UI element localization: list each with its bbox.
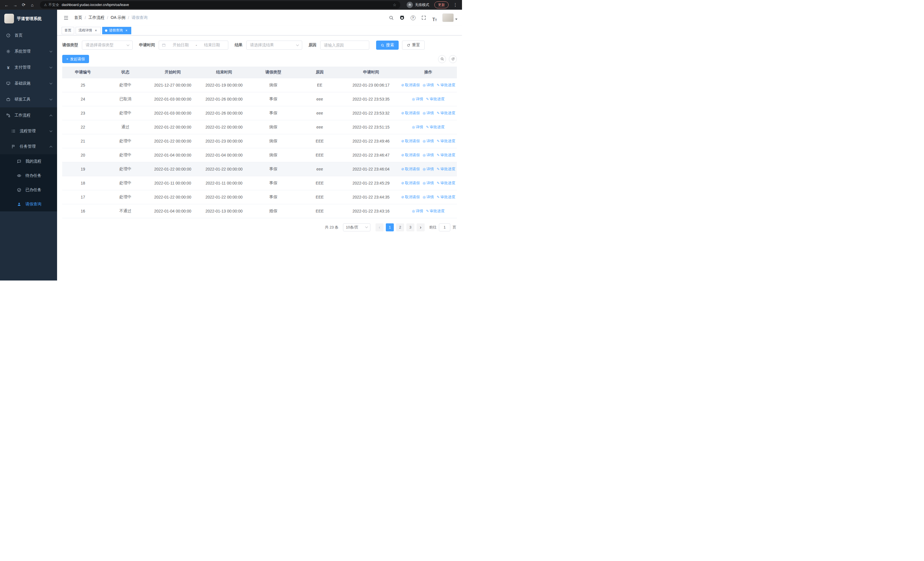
reset-button[interactable]: 重置 [402,41,424,50]
action-detail-link[interactable]: ◎详情 [412,209,423,214]
action-detail-link[interactable]: ◎详情 [423,111,434,116]
action-detail-link[interactable]: ◎详情 [423,167,434,171]
prev-page-button[interactable]: ‹ [375,223,384,232]
leave-type-select[interactable]: 请选择请假类型 [82,41,133,50]
check-circle-icon [16,187,22,193]
security-warning[interactable]: ⚠ 不安全 [44,3,59,8]
reload-icon[interactable]: ⟳ [20,1,27,9]
page-size-select[interactable]: 10条/页 [343,223,370,232]
cell-apply-time: 2022-01-22 23:46:47 [342,148,400,162]
apply-time-range-picker[interactable]: 开始日期 - 结束日期 [159,41,228,50]
sidebar-toggle[interactable] [62,14,70,22]
github-icon[interactable] [398,14,406,22]
table-row[interactable]: 25 处理中 2021-12-27 00:00:00 2022-01-19 00… [62,78,457,92]
sidebar-item-home[interactable]: 首页 [0,27,57,44]
sidebar-item-system[interactable]: 系统管理 [0,44,57,59]
reason-input[interactable] [320,41,369,50]
action-detail-link[interactable]: ◎详情 [423,194,434,200]
sidebar-item-my-process[interactable]: 我的流程 [0,154,57,168]
action-progress-link[interactable]: ✎审批进度 [436,152,455,158]
action-cancel-link[interactable]: ⊘取消请假 [401,111,420,116]
page-button-1[interactable]: 1 [386,223,394,232]
action-cancel-link[interactable]: ⊘取消请假 [401,138,420,144]
sidebar-item-infra[interactable]: 基础设施 [0,75,57,92]
fullscreen-icon[interactable] [420,14,428,22]
refresh-table-button[interactable] [449,55,457,63]
tab-leave-query[interactable]: 请假查询 × [102,27,131,34]
table-row[interactable]: 19 处理中 2022-01-22 00:00:00 2022-01-22 00… [62,162,457,176]
result-select[interactable]: 请选择流结果 [246,41,302,50]
action-detail-link[interactable]: ◎详情 [423,138,434,144]
cell-end-time: 2022-01-22 00:00:00 [198,120,250,134]
tab-process-detail[interactable]: 流程详情 × [76,27,101,34]
help-icon[interactable]: ? [409,14,417,22]
table-row[interactable]: 21 处理中 2022-01-22 00:00:00 2022-01-23 00… [62,134,457,148]
next-page-button[interactable]: › [417,223,424,232]
start-date-input[interactable]: 开始日期 [168,42,194,48]
workflow-menu-group: 工作流程 流程管理 任务管理 [0,107,57,211]
dashboard-icon [6,33,11,38]
forward-icon[interactable]: → [11,1,19,9]
end-date-input[interactable]: 结束日期 [199,42,225,48]
table-row[interactable]: 16 不通过 2022-01-04 00:00:00 2022-01-13 00… [62,204,457,218]
address-bar[interactable]: ⚠ 不安全 dashboard.yudao.iocoder.cn/bpm/oa/… [40,1,400,9]
action-progress-link[interactable]: ✎审批进度 [436,194,455,200]
action-cancel-link[interactable]: ⊘取消请假 [401,194,420,200]
bookmark-star-icon[interactable]: ☆ [393,3,396,7]
action-progress-link[interactable]: ✎审批进度 [436,167,455,171]
action-cancel-link[interactable]: ⊘取消请假 [401,167,420,171]
cell-end-time: 2022-01-11 00:00:00 [198,176,250,190]
goto-page-input[interactable] [439,223,450,232]
action-detail-link[interactable]: ◎详情 [423,83,434,88]
table-row[interactable]: 17 处理中 2022-01-22 00:00:00 2022-01-22 00… [62,190,457,204]
page-button-2[interactable]: 2 [396,223,404,232]
table-row[interactable]: 20 处理中 2022-01-04 00:00:00 2022-01-04 00… [62,148,457,162]
action-detail-link[interactable]: ◎详情 [412,125,423,130]
tab-home[interactable]: 首页 [62,27,74,34]
sidebar-item-leave-query[interactable]: 请假查询 [0,197,57,211]
action-progress-link[interactable]: ✎审批进度 [436,180,455,186]
update-button[interactable]: 更新 [434,2,448,8]
action-cancel-link[interactable]: ⊘取消请假 [401,83,420,88]
cell-reason: EEE [297,148,342,162]
toggle-search-button[interactable] [438,55,446,63]
sidebar-item-workflow[interactable]: 工作流程 [0,107,57,123]
search-icon[interactable] [387,14,396,22]
user-menu[interactable] [442,14,458,22]
action-detail-link[interactable]: ◎详情 [423,180,434,186]
table-row[interactable]: 22 通过 2022-01-22 00:00:00 2022-01-22 00:… [62,120,457,134]
action-cancel-link[interactable]: ⊘取消请假 [401,180,420,186]
table-row[interactable]: 18 处理中 2022-01-11 00:00:00 2022-01-11 00… [62,176,457,190]
page-button-3[interactable]: 3 [406,223,414,232]
table-row[interactable]: 24 已取消 2022-01-03 00:00:00 2022-01-26 00… [62,92,457,106]
search-button[interactable]: 搜索 [376,41,399,50]
breadcrumb-workflow[interactable]: 工作流程 [88,15,105,20]
sidebar-item-task-management[interactable]: 任务管理 [0,139,57,154]
create-leave-button[interactable]: + 发起请假 [62,55,89,63]
close-icon[interactable]: × [94,29,98,33]
close-icon[interactable]: × [124,29,128,33]
action-progress-link[interactable]: ✎审批进度 [426,125,445,130]
sidebar-item-todo-tasks[interactable]: 待办任务 [0,168,57,183]
action-progress-link[interactable]: ✎审批进度 [426,209,445,214]
back-icon[interactable]: ← [3,1,10,9]
font-size-icon[interactable]: TT [430,14,439,22]
action-progress-link[interactable]: ✎审批进度 [436,83,455,88]
breadcrumb-oa-example[interactable]: OA 示例 [111,15,125,20]
action-progress-link[interactable]: ✎审批进度 [426,96,445,102]
sidebar-item-done-tasks[interactable]: 已办任务 [0,183,57,197]
app-logo[interactable]: 芋道管理系统 [0,10,57,27]
kebab-menu-icon[interactable]: ⋮ [452,2,459,8]
cancel-icon: ⊘ [401,153,404,157]
action-detail-link[interactable]: ◎详情 [412,96,423,102]
action-detail-link[interactable]: ◎详情 [423,152,434,158]
breadcrumb-home[interactable]: 首页 [74,15,82,20]
table-row[interactable]: 23 处理中 2022-01-03 00:00:00 2022-01-26 00… [62,106,457,120]
action-progress-link[interactable]: ✎审批进度 [436,111,455,116]
sidebar-item-payment[interactable]: ¥ 支付管理 [0,59,57,75]
sidebar-item-devtools[interactable]: 研发工具 [0,92,57,107]
sidebar-item-process-management[interactable]: 流程管理 [0,123,57,139]
action-progress-link[interactable]: ✎审批进度 [436,138,455,144]
home-icon[interactable]: ⌂ [28,1,36,9]
action-cancel-link[interactable]: ⊘取消请假 [401,152,420,158]
